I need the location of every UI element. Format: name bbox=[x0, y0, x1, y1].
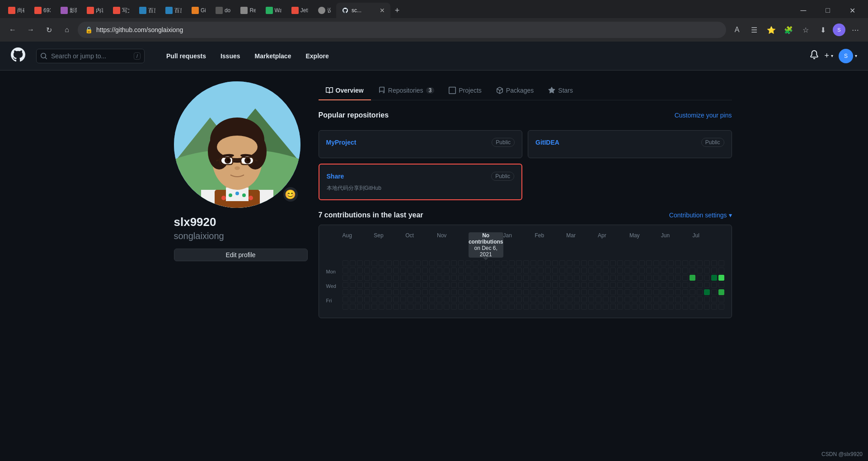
graph-cell[interactable] bbox=[646, 260, 652, 266]
customize-pins-link[interactable]: Customize your pins bbox=[675, 112, 732, 119]
graph-cell[interactable] bbox=[653, 304, 659, 310]
graph-cell[interactable] bbox=[458, 296, 464, 302]
graph-cell[interactable] bbox=[422, 289, 428, 295]
graph-cell[interactable] bbox=[581, 282, 587, 288]
graph-cell[interactable] bbox=[379, 275, 385, 281]
graph-cell[interactable] bbox=[653, 296, 659, 302]
graph-cell[interactable] bbox=[545, 289, 551, 295]
graph-cell[interactable] bbox=[718, 289, 724, 295]
graph-cell[interactable] bbox=[408, 296, 413, 302]
graph-cell[interactable] bbox=[458, 304, 464, 310]
graph-cell[interactable] bbox=[364, 296, 370, 302]
graph-cell[interactable] bbox=[632, 289, 638, 295]
graph-cell[interactable] bbox=[444, 260, 450, 266]
graph-cell[interactable] bbox=[704, 289, 710, 295]
graph-cell[interactable] bbox=[574, 282, 580, 288]
graph-cell[interactable] bbox=[400, 296, 406, 302]
nav-marketplace[interactable]: Marketplace bbox=[248, 42, 299, 71]
graph-cell[interactable] bbox=[530, 260, 536, 266]
graph-cell[interactable] bbox=[617, 268, 623, 273]
graph-cell[interactable] bbox=[364, 260, 370, 266]
graph-cell[interactable] bbox=[494, 268, 500, 273]
reading-icon[interactable]: ☰ bbox=[747, 23, 761, 37]
graph-cell[interactable] bbox=[523, 304, 529, 310]
graph-cell[interactable] bbox=[400, 275, 406, 281]
tab-shangguke[interactable]: 尚硅谷 bbox=[4, 3, 29, 18]
graph-cell[interactable] bbox=[596, 289, 601, 295]
graph-cell[interactable] bbox=[523, 296, 529, 302]
graph-cell[interactable] bbox=[545, 268, 551, 273]
graph-cell[interactable] bbox=[545, 296, 551, 302]
graph-cell[interactable] bbox=[350, 275, 356, 281]
graph-cell[interactable] bbox=[690, 275, 695, 281]
graph-cell[interactable] bbox=[596, 260, 601, 266]
graph-cell[interactable] bbox=[704, 304, 710, 310]
graph-cell[interactable] bbox=[502, 304, 507, 310]
graph-cell[interactable] bbox=[646, 282, 652, 288]
graph-cell[interactable] bbox=[675, 260, 681, 266]
graph-cell[interactable] bbox=[473, 304, 479, 310]
graph-cell[interactable] bbox=[704, 268, 710, 273]
graph-cell[interactable] bbox=[675, 304, 681, 310]
graph-cell[interactable] bbox=[639, 289, 645, 295]
tab-watt[interactable]: Watt T bbox=[261, 3, 286, 18]
graph-cell[interactable] bbox=[668, 304, 674, 310]
graph-cell[interactable] bbox=[574, 296, 580, 302]
graph-cell[interactable] bbox=[516, 260, 522, 266]
graph-cell[interactable] bbox=[516, 296, 522, 302]
graph-cell[interactable] bbox=[538, 275, 544, 281]
search-input[interactable]: Search or jump to... / bbox=[36, 49, 145, 63]
graph-cell[interactable] bbox=[415, 282, 421, 288]
graph-cell[interactable] bbox=[552, 268, 558, 273]
graph-cell[interactable] bbox=[371, 289, 377, 295]
graph-cell[interactable] bbox=[393, 260, 399, 266]
graph-cell[interactable] bbox=[617, 282, 623, 288]
graph-cell[interactable] bbox=[567, 304, 572, 310]
graph-cell[interactable] bbox=[357, 275, 363, 281]
graph-cell[interactable] bbox=[422, 260, 428, 266]
graph-cell[interactable] bbox=[429, 289, 435, 295]
graph-cell[interactable] bbox=[458, 260, 464, 266]
graph-cell[interactable] bbox=[509, 260, 515, 266]
tab-close-icon[interactable]: ✕ bbox=[380, 7, 385, 14]
graph-cell[interactable] bbox=[422, 296, 428, 302]
graph-cell[interactable] bbox=[386, 304, 392, 310]
graph-cell[interactable] bbox=[624, 260, 630, 266]
graph-cell[interactable] bbox=[675, 289, 681, 295]
graph-cell[interactable] bbox=[668, 296, 674, 302]
graph-cell[interactable] bbox=[581, 296, 587, 302]
graph-cell[interactable] bbox=[668, 268, 674, 273]
graph-cell[interactable] bbox=[509, 275, 515, 281]
graph-cell[interactable] bbox=[559, 296, 565, 302]
graph-cell[interactable] bbox=[487, 268, 493, 273]
tab-baidu-net[interactable]: 百度网 bbox=[161, 3, 186, 18]
graph-cell[interactable] bbox=[624, 268, 630, 273]
graph-cell[interactable] bbox=[436, 260, 442, 266]
graph-cell[interactable] bbox=[509, 282, 515, 288]
graph-cell[interactable] bbox=[364, 268, 370, 273]
graph-cell[interactable] bbox=[487, 289, 493, 295]
graph-cell[interactable] bbox=[379, 304, 385, 310]
graph-cell[interactable] bbox=[408, 275, 413, 281]
tab-release[interactable]: Relea bbox=[236, 3, 260, 18]
graph-cell[interactable] bbox=[429, 296, 435, 302]
graph-cell[interactable] bbox=[393, 304, 399, 310]
graph-cell[interactable] bbox=[639, 268, 645, 273]
graph-cell[interactable] bbox=[509, 304, 515, 310]
graph-cell[interactable] bbox=[603, 282, 609, 288]
graph-cell[interactable] bbox=[494, 282, 500, 288]
graph-cell[interactable] bbox=[552, 260, 558, 266]
graph-cell[interactable] bbox=[350, 296, 356, 302]
graph-cell[interactable] bbox=[509, 268, 515, 273]
graph-cell[interactable] bbox=[494, 260, 500, 266]
graph-cell[interactable] bbox=[704, 275, 710, 281]
graph-cell[interactable] bbox=[603, 260, 609, 266]
graph-cell[interactable] bbox=[661, 268, 666, 273]
favorites-icon[interactable]: ☆ bbox=[798, 23, 813, 37]
graph-cell[interactable] bbox=[610, 296, 616, 302]
graph-cell[interactable] bbox=[690, 289, 695, 295]
nav-issues[interactable]: Issues bbox=[213, 42, 248, 71]
graph-cell[interactable] bbox=[697, 289, 703, 295]
tab-yingyuan[interactable]: 影院乐 bbox=[56, 3, 81, 18]
graph-cell[interactable] bbox=[704, 260, 710, 266]
